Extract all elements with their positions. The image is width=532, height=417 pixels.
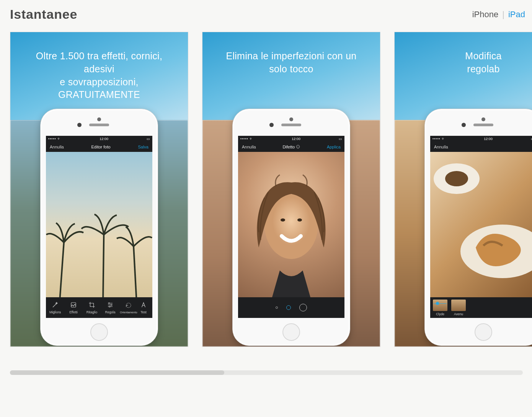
status-bar: ••••• ᯤ 12:00 ▭ [430,136,532,142]
app-nav-bar: Annulla Difetto Applica [238,142,344,152]
home-button-icon [475,323,492,341]
tool-label: Test [140,310,147,314]
cancel-button[interactable]: Annulla [50,145,64,149]
tool-label: Ritaglio [86,310,97,314]
section-header: Istantanee iPhone | iPad [0,0,532,29]
svg-point-7 [297,218,302,222]
crop-icon [88,301,96,309]
promo-caption: Oltre 1.500 tra effetti, cornici, adesiv… [10,50,188,101]
screenshot-card[interactable]: Oltre 1.500 tra effetti, cornici, adesiv… [10,32,188,347]
thumb-image [433,300,447,311]
speaker-icon [89,124,109,126]
battery-icon: ▭ [147,137,150,141]
cancel-button[interactable]: Annulla [434,145,448,149]
scrollbar-thumb[interactable] [10,370,224,375]
phone-mockup: ••••• ᯤ 12:00 ▭ Annulla [424,109,532,346]
apply-button[interactable]: Applica [327,145,341,149]
nav-title: Editor foto [91,145,111,149]
horizontal-scrollbar[interactable] [10,370,523,375]
filter-thumb[interactable]: Clyde [432,300,449,316]
status-bar: ••••• ᯤ 12:00 ▭ [238,136,344,142]
speaker-icon [473,124,493,126]
tool-label: Effetti [69,310,78,314]
tool-effects[interactable]: Effetti [64,301,83,314]
svg-point-2 [111,305,112,306]
brush-small[interactable] [276,306,278,309]
home-button-icon [90,323,108,341]
tool-crop[interactable]: Ritaglio [83,301,101,314]
signal-icon: ••••• ᯤ [432,137,446,141]
tool-orientation[interactable]: Orientamento [119,301,138,314]
svg-point-6 [281,218,285,222]
save-button[interactable]: Salva [138,145,149,149]
photo-canvas[interactable] [46,152,152,297]
editor-toolbar: Migliora Effetti Ritaglio Regola [46,297,152,318]
promo-line: regolab [467,64,500,74]
promo-line: e sovrapposizioni, GRATUITAMENTE [58,77,140,100]
tool-adjust[interactable]: Regola [101,301,119,314]
camera-icon [97,117,101,121]
tab-ipad[interactable]: iPad [508,10,525,20]
clock: 12:00 [100,137,108,141]
effects-icon [70,301,77,309]
clock: 12:00 [292,137,300,141]
promo-line: Modifica [465,50,502,61]
status-bar: ••••• ᯤ 12:00 ▭ [46,136,152,142]
tool-label: Migliora [49,310,61,314]
brush-large[interactable] [299,304,307,311]
promo-line: Elimina le imperfezioni con un [226,50,356,61]
phone-mockup: ••••• ᯤ 12:00 ▭ Annulla Editor foto Salv… [40,109,158,346]
cancel-button[interactable]: Annulla [242,145,256,149]
sensor-icon [462,123,466,127]
tab-iphone[interactable]: iPhone [472,10,499,20]
promo-caption: Elimina le imperfezioni con un solo tocc… [202,50,380,76]
svg-point-9 [445,171,468,186]
rotate-icon [125,301,132,309]
tool-label: Orientamento [120,311,137,314]
promo-caption: Modifica regolab [395,50,532,76]
signal-icon: ••••• ᯤ [240,137,253,141]
battery-icon: ▭ [339,137,342,141]
svg-point-3 [109,306,110,307]
text-icon [140,301,147,309]
signal-icon: ••••• ᯤ [48,137,61,141]
photo-canvas[interactable] [238,152,344,297]
tool-enhance[interactable]: Migliora [46,301,64,314]
screenshot-card[interactable]: Modifica regolab ••••• ᯤ 12:00 ▭ Annu [394,32,532,347]
brush-size-selector [238,297,344,318]
tool-text[interactable]: Test [138,301,149,314]
wand-icon [51,301,59,309]
filter-label: Clyde [436,312,444,316]
filter-strip[interactable]: Clyde Avenu [430,297,532,318]
thumb-image [451,300,466,311]
sensor-icon [269,123,274,127]
speaker-icon [281,124,301,126]
screenshot-gallery[interactable]: Oltre 1.500 tra effetti, cornici, adesiv… [0,29,532,347]
app-nav-bar: Annulla [430,142,532,152]
clock: 12:00 [484,137,493,141]
brush-medium[interactable] [286,305,291,310]
screenshot-card[interactable]: Elimina le imperfezioni con un solo tocc… [202,32,380,347]
svg-point-1 [109,303,110,304]
sliders-icon [106,301,114,309]
phone-mockup: ••••• ᯤ 12:00 ▭ Annulla Difetto Applica [232,109,350,346]
tab-separator: | [502,10,504,20]
section-title: Istantanee [10,7,77,22]
phone-screen: ••••• ᯤ 12:00 ▭ Annulla [430,136,532,318]
info-icon [296,145,300,149]
device-tabs: iPhone | iPad [472,10,525,20]
home-button-icon [282,323,300,341]
phone-screen: ••••• ᯤ 12:00 ▭ Annulla Difetto Applica [238,136,344,318]
phone-screen: ••••• ᯤ 12:00 ▭ Annulla Editor foto Salv… [46,136,152,318]
camera-icon [481,117,485,121]
photo-canvas[interactable] [430,152,532,297]
sensor-icon [77,123,82,127]
gallery-track: Oltre 1.500 tra effetti, cornici, adesiv… [10,32,532,347]
filter-thumb[interactable]: Avenu [450,300,467,316]
camera-icon [289,117,293,121]
nav-title: Difetto [282,145,300,149]
app-nav-bar: Annulla Editor foto Salva [46,142,152,152]
tool-label: Regola [105,310,116,314]
filter-label: Avenu [454,312,463,316]
promo-line: Oltre 1.500 tra effetti, cornici, adesiv… [36,50,162,74]
